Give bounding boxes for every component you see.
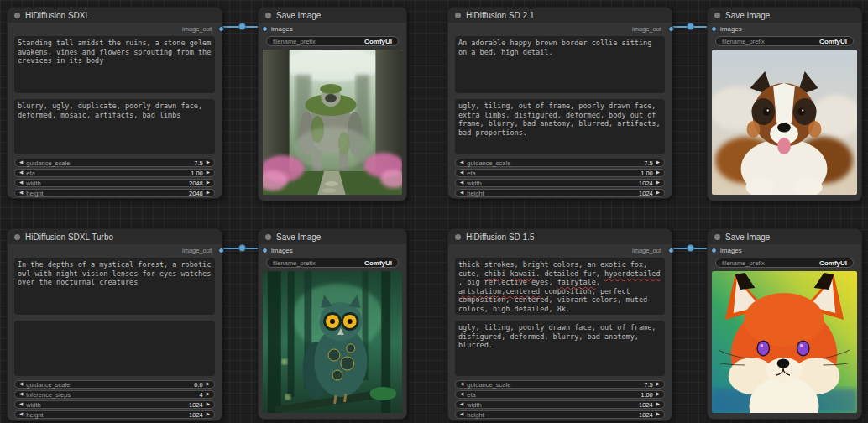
decrement-arrow-icon[interactable]: ◀ [19,382,23,387]
node-title-bar[interactable]: Save Image [259,8,406,23]
widget-width[interactable]: ◀ width 1024 ▶ [455,179,665,187]
decrement-arrow-icon[interactable]: ◀ [460,170,463,175]
link-reroute-dot[interactable] [687,244,694,252]
node-title-bar[interactable]: HiDiffusion SDXL Turbo [8,229,222,244]
increment-arrow-icon[interactable]: ▶ [656,412,660,417]
decrement-arrow-icon[interactable]: ◀ [19,191,23,196]
image-out-port[interactable] [218,248,224,253]
increment-arrow-icon[interactable]: ▶ [656,382,660,387]
increment-arrow-icon[interactable]: ▶ [656,402,660,407]
node-save-image-owl[interactable]: Save Image images filename_prefix ComfyU… [258,228,407,420]
widget-eta[interactable]: ◀ eta 1.00 ▶ [455,169,665,177]
images-input-port[interactable] [711,248,717,253]
filename-prefix-widget[interactable]: filename_prefix ComfyUI [715,36,854,46]
increment-arrow-icon[interactable]: ▶ [656,160,660,165]
generated-image-dog[interactable] [712,50,857,195]
decrement-arrow-icon[interactable]: ◀ [19,160,23,165]
node-collapse-dot[interactable] [455,234,461,240]
images-input-port[interactable] [711,26,717,32]
decrement-arrow-icon[interactable]: ◀ [19,392,23,397]
node-save-image-fox[interactable]: Save Image images filename_prefix ComfyU… [707,228,862,420]
positive-prompt-textarea[interactable]: thick strokes, bright colors, an exotic … [455,258,665,315]
widget-guidance-scale[interactable]: ◀ guidance_scale 7.5 ▶ [455,380,665,389]
generated-image-fox[interactable] [712,271,857,413]
increment-arrow-icon[interactable]: ▶ [207,382,210,387]
node-title-bar[interactable]: Save Image [708,229,861,244]
widget-height[interactable]: ◀ height 2048 ▶ [14,189,215,197]
image-out-port[interactable] [218,26,224,32]
link-reroute-dot[interactable] [238,244,246,252]
negative-prompt-textarea[interactable]: ugly, tiling, poorly drawn face, out of … [455,321,665,376]
increment-arrow-icon[interactable]: ▶ [207,191,210,196]
negative-prompt-textarea[interactable] [14,321,215,376]
node-title-bar[interactable]: HiDiffusion SDXL [8,8,222,23]
increment-arrow-icon[interactable]: ▶ [207,160,210,165]
generated-image-golem[interactable] [263,50,402,195]
decrement-arrow-icon[interactable]: ◀ [19,180,23,185]
decrement-arrow-icon[interactable]: ◀ [19,402,23,407]
decrement-arrow-icon[interactable]: ◀ [19,170,23,175]
node-collapse-dot[interactable] [265,13,271,18]
node-collapse-dot[interactable] [714,234,720,240]
decrement-arrow-icon[interactable]: ◀ [460,412,463,417]
increment-arrow-icon[interactable]: ▶ [207,402,210,407]
negative-prompt-textarea[interactable]: ugly, tiling, out of frame, poorly drawn… [455,99,665,154]
positive-prompt-textarea[interactable]: Standing tall amidst the ruins, a stone … [14,36,215,93]
node-save-image-dog[interactable]: Save Image images filename_prefix ComfyU… [707,7,862,201]
decrement-arrow-icon[interactable]: ◀ [460,382,463,387]
node-title-bar[interactable]: HiDiffusion SD 1.5 [448,229,672,244]
widget-width[interactable]: ◀ width 1024 ▶ [14,400,215,409]
node-hidiffusion-sd21[interactable]: HiDiffusion SD 2.1 image_out An adorable… [447,7,672,199]
increment-arrow-icon[interactable]: ▶ [207,180,210,185]
positive-prompt-textarea[interactable]: An adorable happy brown border collie si… [455,36,665,93]
widget-guidance-scale[interactable]: ◀ guidance_scale 0.0 ▶ [14,380,215,389]
widget-inference-steps[interactable]: ◀ inference_steps 4 ▶ [14,390,215,399]
increment-arrow-icon[interactable]: ▶ [207,170,210,175]
node-hidiffusion-sdxl[interactable]: HiDiffusion SDXL image_out Standing tall… [7,7,222,199]
widget-eta[interactable]: ◀ eta 1.00 ▶ [455,390,665,399]
decrement-arrow-icon[interactable]: ◀ [460,402,463,407]
filename-prefix-widget[interactable]: filename_prefix ComfyUI [715,258,854,268]
node-title-bar[interactable]: Save Image [259,229,406,244]
increment-arrow-icon[interactable]: ▶ [656,191,660,196]
widget-guidance-scale[interactable]: ◀ guidance_scale 7.5 ▶ [14,159,215,167]
node-collapse-dot[interactable] [714,13,720,18]
widget-guidance-scale[interactable]: ◀ guidance_scale 7.5 ▶ [455,159,665,167]
decrement-arrow-icon[interactable]: ◀ [460,180,463,185]
generated-image-owl[interactable] [263,271,402,413]
negative-prompt-textarea[interactable]: blurry, ugly, duplicate, poorly drawn fa… [14,99,215,154]
positive-prompt-textarea[interactable]: In the depths of a mystical forest, a ro… [14,258,215,315]
increment-arrow-icon[interactable]: ▶ [207,412,210,417]
increment-arrow-icon[interactable]: ▶ [656,392,660,397]
images-input-port[interactable] [262,248,268,253]
widget-height[interactable]: ◀ height 1024 ▶ [455,410,665,419]
widget-height[interactable]: ◀ height 1024 ▶ [14,410,215,419]
node-hidiffusion-sd15[interactable]: HiDiffusion SD 1.5 image_out thick strok… [447,228,672,421]
filename-prefix-widget[interactable]: filename_prefix ComfyUI [266,36,399,46]
widget-height[interactable]: ◀ height 1024 ▶ [455,189,665,197]
node-collapse-dot[interactable] [14,234,20,240]
widget-width[interactable]: ◀ width 2048 ▶ [14,179,215,187]
decrement-arrow-icon[interactable]: ◀ [460,160,463,165]
node-collapse-dot[interactable] [455,13,461,18]
widget-eta[interactable]: ◀ eta 1.00 ▶ [14,169,215,177]
node-collapse-dot[interactable] [265,234,271,240]
filename-prefix-widget[interactable]: filename_prefix ComfyUI [266,258,399,268]
node-collapse-dot[interactable] [14,13,20,18]
image-out-port[interactable] [668,248,674,253]
images-input-port[interactable] [262,26,268,32]
node-save-image-golem[interactable]: Save Image images filename_prefix ComfyU… [258,7,407,201]
node-graph-canvas[interactable]: HiDiffusion SDXL image_out Standing tall… [0,0,868,423]
decrement-arrow-icon[interactable]: ◀ [19,412,23,417]
node-hidiffusion-sdxl-turbo[interactable]: HiDiffusion SDXL Turbo image_out In the … [7,228,222,421]
increment-arrow-icon[interactable]: ▶ [207,392,210,397]
node-title-bar[interactable]: HiDiffusion SD 2.1 [448,8,672,23]
widget-width[interactable]: ◀ width 1024 ▶ [455,400,665,409]
decrement-arrow-icon[interactable]: ◀ [460,191,463,196]
increment-arrow-icon[interactable]: ▶ [656,170,660,175]
link-reroute-dot[interactable] [238,23,246,30]
link-reroute-dot[interactable] [687,23,694,30]
increment-arrow-icon[interactable]: ▶ [656,180,660,185]
node-title-bar[interactable]: Save Image [708,8,861,23]
decrement-arrow-icon[interactable]: ◀ [460,392,463,397]
